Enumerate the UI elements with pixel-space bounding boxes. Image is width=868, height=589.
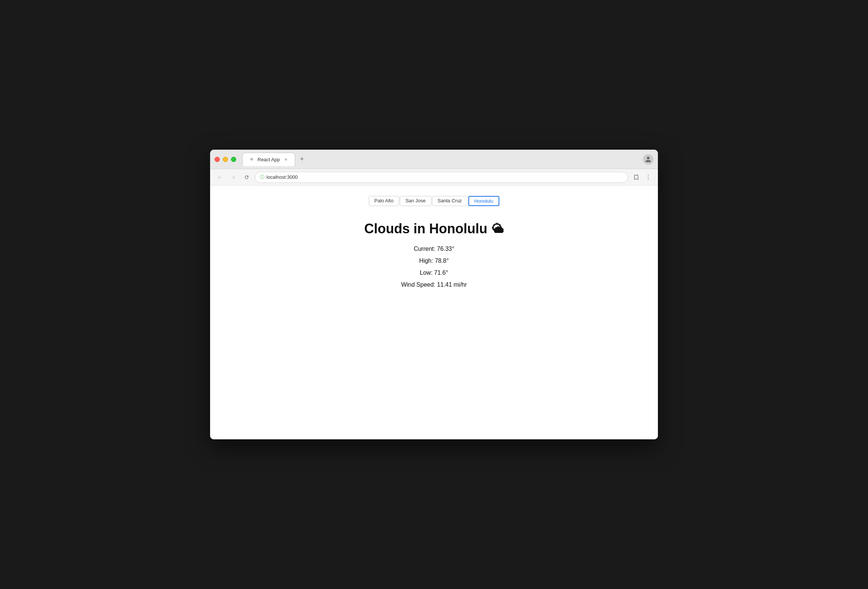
new-tab-button[interactable]: +	[297, 154, 307, 165]
bookmark-button[interactable]	[631, 172, 642, 183]
weather-title: Clouds in Honolulu 🌥	[217, 221, 651, 237]
tab-title: React App	[257, 157, 280, 162]
browser-window: ⚛ React App ✕ + ⓘ localhost:3000	[210, 150, 658, 439]
minimize-button[interactable]	[223, 157, 228, 162]
city-tab-santa-cruz[interactable]: Santa Cruz	[432, 196, 468, 206]
city-tab-san-jose[interactable]: San Jose	[400, 196, 431, 206]
nav-right-controls: ⋮	[631, 172, 653, 183]
tab-close-button[interactable]: ✕	[283, 156, 289, 162]
traffic-lights	[215, 157, 236, 162]
current-temp: Current: 76.33°	[414, 246, 455, 252]
wind-speed: Wind Speed: 11.41 mi/hr	[401, 282, 467, 288]
tab-bar: ⚛ React App ✕ +	[242, 153, 640, 166]
close-button[interactable]	[215, 157, 220, 162]
city-tab-palo-alto[interactable]: Palo Alto	[369, 196, 399, 206]
city-tab-honolulu[interactable]: Honolulu	[468, 196, 499, 206]
reload-button[interactable]	[241, 172, 252, 183]
window-controls-right	[643, 154, 653, 165]
address-bar[interactable]: ⓘ localhost:3000	[255, 172, 628, 183]
nav-bar: ⓘ localhost:3000 ⋮	[210, 169, 658, 186]
active-tab[interactable]: ⚛ React App ✕	[242, 153, 295, 166]
low-temp: Low: 71.6°	[420, 270, 448, 276]
high-temp: High: 78.8°	[419, 258, 449, 264]
more-options-button[interactable]: ⋮	[643, 172, 653, 183]
title-bar: ⚛ React App ✕ +	[210, 150, 658, 169]
maximize-button[interactable]	[231, 157, 236, 162]
weather-container: Clouds in Honolulu 🌥 Current: 76.33° Hig…	[217, 221, 651, 288]
page-content: Palo Alto San Jose Santa Cruz Honolulu C…	[210, 186, 658, 439]
forward-button[interactable]	[228, 172, 238, 183]
security-icon: ⓘ	[260, 174, 264, 180]
back-button[interactable]	[215, 172, 225, 183]
tab-favicon-icon: ⚛	[248, 156, 254, 162]
profile-icon[interactable]	[643, 154, 653, 165]
url-text: localhost:3000	[266, 174, 298, 180]
weather-title-text: Clouds in Honolulu	[364, 221, 487, 237]
weather-icon: 🌥	[492, 222, 504, 236]
city-tabs: Palo Alto San Jose Santa Cruz Honolulu	[217, 193, 651, 206]
weather-stats: Current: 76.33° High: 78.8° Low: 71.6° W…	[217, 246, 651, 288]
